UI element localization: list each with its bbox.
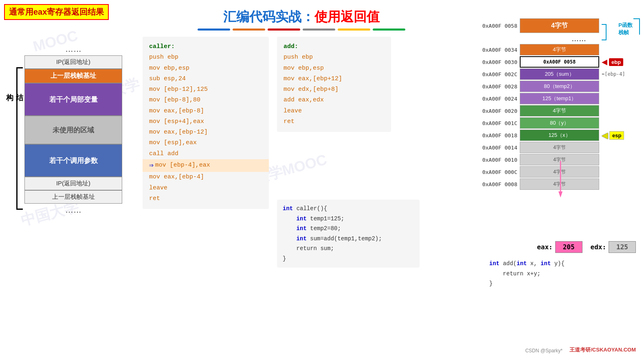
esp-badge: esp [609, 131, 624, 140]
eax-display: eax: 205 [537, 241, 582, 253]
title-bar-5 [338, 29, 370, 31]
add-line-2: mov ebp,esp [284, 65, 324, 72]
kaoyan-label: 王道考研/CSKAOYAN.COM [569, 346, 636, 354]
mem-row-0018: 0xA00F 0018 125（x） ◀ esp [475, 130, 638, 141]
caller-line-14: ret [149, 195, 160, 202]
title-area: 汇编代码实战：使用返回值 [179, 8, 424, 31]
add-line-5: add eax,edx [284, 97, 324, 103]
brand-label: CSDN @Sparky* [525, 348, 563, 354]
c-caller-inner: int caller(){ int temp1=125; int temp2=8… [283, 204, 414, 264]
title-bar-1 [198, 29, 230, 31]
p-frame-label: P函数栈帧 [618, 22, 633, 36]
stack-brace [16, 67, 23, 210]
caller-code: caller: push ebp mov ebp,esp sub esp,24 … [149, 42, 262, 204]
eax-label: eax: [537, 243, 553, 251]
mem-top-cell: 4字节 [520, 18, 599, 33]
c-caller-code: int caller(){ int temp1=125; int temp2=8… [277, 200, 420, 268]
mem-row-0028: 0xA00F 0028 80（temp2） [475, 81, 638, 92]
caller-label: caller: [149, 43, 175, 50]
title-bar-2 [233, 29, 265, 31]
mem-row-0014: 0xA00F 0014 4字节 [475, 142, 638, 153]
title-prefix: 汇编代码实战： [223, 9, 314, 24]
stack-ip-top: IP(返回地址) [24, 55, 122, 69]
mem-top-row: 0xA00F 0058 4字节 [475, 18, 638, 33]
mem-row-0030: 0xA00F 0030 0xA00F 0058 ◀ ebp [475, 56, 638, 68]
add-line-3: mov eax,[ebp+12] [284, 75, 342, 82]
mem-row-0034: 0xA00F 0034 4字节 [475, 44, 638, 55]
caller-line-5: mov [ebp-8],80 [149, 97, 200, 103]
title: 汇编代码实战：使用返回值 [179, 8, 424, 26]
caller-line-7: mov [esp+4],eax [149, 118, 204, 125]
add-code: add: push ebp mov ebp,esp mov eax,[ebp+1… [284, 42, 385, 127]
mem-row-0010: 0xA00F 0010 4字节 [475, 154, 638, 165]
title-highlight: 使用返回值 [314, 9, 380, 24]
caller-line-2: mov ebp,esp [149, 65, 189, 72]
banner-text: 通常用eax寄存器返回结果 [9, 7, 104, 16]
memory-diagram: P函数栈帧 0xA00F 0058 4字节 …… 0xA00F 0034 4字节… [475, 18, 638, 191]
svg-marker-1 [558, 191, 563, 198]
title-bar-4 [303, 29, 335, 31]
add-line-4: mov edx,[ebp+8] [284, 86, 338, 93]
stack-ip-bottom: IP(返回地址) [24, 177, 122, 190]
stack-locals: 若干个局部变量 [24, 83, 122, 116]
caller-code-block: caller: push ebp mov ebp,esp sub esp,24 … [143, 37, 269, 209]
mem-row-0020: 0xA00F 0020 4字节 [475, 105, 638, 116]
caller-line-12: mov eax,[ebp-4] [149, 174, 204, 180]
mem-row-002c: 0xA00F 002C 205（sum） ⬅[ebp-4] [475, 68, 638, 80]
caller-line-8: mov eax,[ebp-12] [149, 129, 208, 136]
stack-dots-top: …… [24, 43, 122, 55]
add-line-7: ret [284, 118, 295, 125]
title-bar-3 [268, 29, 300, 31]
stack-frame: …… IP(返回地址) 上一层栈帧基址 若干个局部变量 未使用的区域 若干个调用… [24, 43, 122, 216]
caller-line-13: leave [149, 185, 167, 191]
edx-label: edx: [591, 243, 607, 251]
stack-base-bottom: 上一层栈帧基址 [24, 190, 122, 204]
stack-unused: 未使用的区域 [24, 116, 122, 144]
caller-line-1: push ebp [149, 54, 178, 61]
mem-dots-top: …… [475, 34, 638, 44]
stack-base-top: 上一层栈帧基址 [24, 69, 122, 83]
caller-line-4: mov [ebp-12],125 [149, 86, 208, 93]
mem-row-0008: 0xA00F 0008 4字节 [475, 178, 638, 190]
ebp4-label: ⬅[ebp-4] [602, 71, 625, 77]
top-banner: 通常用eax寄存器返回结果 [4, 4, 109, 20]
mem-top-addr: 0xA00F 0058 [475, 23, 520, 29]
add-label: add: [284, 43, 298, 50]
edx-display: edx: 125 [591, 241, 636, 253]
stack-dots-bottom: …… [24, 204, 122, 216]
registers-display: eax: 205 edx: 125 [537, 241, 636, 253]
add-line-1: push ebp [284, 54, 313, 61]
edx-value: 125 [609, 241, 636, 253]
caller-line-10: call add [149, 150, 178, 157]
caller-line-3: sub esp,24 [149, 75, 186, 82]
title-bar-6 [373, 29, 405, 31]
add-code-block: add: push ebp mov ebp,esp mov eax,[ebp+1… [277, 37, 391, 132]
caller-line-9: mov [esp],eax [149, 139, 197, 146]
mem-row-001c: 0xA00F 001C 80（y） [475, 117, 638, 129]
mem-row-000c: 0xA00F 000C 4字节 [475, 166, 638, 178]
mem-row-0024: 0xA00F 0024 125（temp1） [475, 93, 638, 104]
ebp-badge: ebp [609, 58, 623, 66]
add-line-6: leave [284, 108, 302, 114]
stack-params: 若干个调用参数 [24, 144, 122, 177]
title-underline [179, 29, 424, 31]
caller-arrow-line: ⇒ mov [ebp-4],eax [143, 159, 269, 172]
c-add-code: int add(int x, int y){ return x+y; } [489, 259, 636, 289]
eax-value: 205 [555, 241, 582, 253]
caller-line-6: mov eax,[ebp-8] [149, 108, 204, 114]
